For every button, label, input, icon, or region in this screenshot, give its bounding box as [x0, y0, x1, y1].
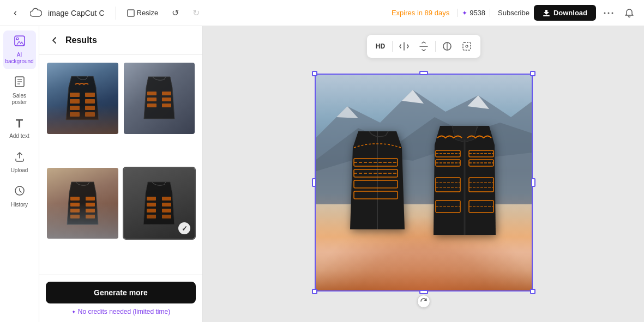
svg-rect-21 [147, 98, 157, 101]
resize-handle-mr[interactable] [531, 178, 535, 187]
upload-icon [14, 150, 26, 165]
sidebar-item-add-text[interactable]: T Add text [3, 112, 36, 144]
svg-rect-35 [147, 203, 156, 206]
diamond-icon: ✦ [462, 9, 467, 17]
expires-text: Expires in 89 days [392, 9, 449, 17]
credits-value: 9538 [470, 9, 485, 17]
svg-rect-36 [147, 209, 156, 212]
sidebar-item-ai-background[interactable]: AI background [3, 31, 36, 69]
panel-title: Results [65, 35, 97, 45]
svg-rect-34 [147, 197, 156, 201]
svg-rect-1 [543, 15, 550, 16]
svg-rect-17 [85, 99, 95, 104]
results-panel: Results [39, 26, 203, 322]
add-text-icon: T [16, 117, 23, 131]
result-thumbnail-2[interactable] [123, 62, 196, 135]
header: ‹ image CapCut C Resize ↺ ↻ Expires in 8… [0, 0, 644, 26]
svg-rect-26 [70, 197, 80, 201]
canvas-area: HD [203, 26, 644, 322]
resize-handle-tr[interactable] [530, 71, 535, 76]
svg-rect-13 [70, 99, 80, 104]
flip-horizontal-button[interactable] [395, 37, 413, 56]
generate-more-button[interactable]: Generate more [46, 282, 196, 303]
sales-poster-icon [14, 76, 26, 90]
resize-handle-ml[interactable] [312, 178, 316, 187]
sidebar-item-label-upload: Upload [11, 167, 28, 174]
undo-button[interactable]: ↺ [167, 5, 183, 21]
redo-button[interactable]: ↻ [188, 5, 204, 21]
svg-rect-24 [162, 98, 171, 101]
svg-point-6 [16, 38, 19, 40]
svg-rect-16 [85, 93, 95, 97]
credits-display: ✦ 9538 [457, 9, 490, 17]
sidebar-item-label-history: History [11, 202, 28, 208]
svg-rect-40 [162, 209, 171, 212]
subscribe-button[interactable]: Subscribe [498, 9, 529, 17]
resize-handle-tl[interactable] [312, 71, 317, 76]
project-title: image CapCut C [48, 9, 105, 17]
svg-rect-37 [147, 215, 156, 218]
svg-rect-43 [463, 42, 471, 50]
svg-rect-20 [147, 92, 157, 95]
sidebar-item-sales-poster[interactable]: Sales poster [3, 71, 36, 110]
resize-handle-bl[interactable] [312, 289, 317, 294]
sidebar-item-label-sales-poster: Sales poster [5, 93, 34, 106]
toolbar-separator-2 [435, 41, 436, 52]
panel-header: Results [39, 26, 202, 55]
back-button[interactable]: ‹ [7, 4, 24, 22]
history-icon [14, 185, 26, 199]
svg-rect-23 [162, 92, 171, 95]
sidebar-item-upload[interactable]: Upload [3, 146, 36, 178]
svg-point-3 [608, 12, 610, 14]
notifications-button[interactable] [621, 5, 637, 21]
resize-handle-br[interactable] [530, 289, 535, 294]
svg-point-4 [612, 12, 613, 14]
svg-rect-22 [147, 104, 157, 107]
smart-select-button[interactable] [458, 37, 476, 56]
svg-rect-0 [128, 10, 134, 16]
resize-button[interactable]: Resize [123, 7, 163, 19]
sidebar-item-history[interactable]: History [3, 180, 36, 212]
flip-vertical-button[interactable] [414, 37, 433, 56]
result-thumbnail-1[interactable] [46, 62, 119, 135]
sidebar-item-label-ai-background: AI background [5, 52, 33, 65]
resize-handle-bm[interactable] [419, 290, 428, 294]
svg-rect-12 [70, 93, 80, 97]
canvas-toolbar: HD [367, 35, 480, 58]
more-options-button[interactable] [600, 5, 617, 21]
svg-rect-39 [162, 203, 171, 206]
result-thumbnail-3[interactable] [46, 167, 119, 240]
selected-checkmark: ✓ [178, 222, 190, 234]
body: AI background Sales poster T Add text [0, 26, 644, 322]
rotate-handle[interactable] [417, 295, 430, 308]
svg-rect-41 [162, 215, 171, 218]
svg-rect-38 [162, 197, 171, 201]
download-button[interactable]: Download [534, 5, 596, 21]
svg-rect-25 [162, 104, 171, 107]
resize-handle-tm[interactable] [419, 71, 428, 75]
sidebar: AI background Sales poster T Add text [0, 26, 39, 322]
svg-rect-30 [86, 197, 95, 201]
svg-point-44 [466, 45, 468, 47]
color-adjust-button[interactable] [438, 37, 456, 56]
ai-background-icon [14, 35, 26, 50]
panel-back-button[interactable] [48, 34, 61, 47]
toolbar-separator-1 [392, 41, 393, 52]
cloud-icon [28, 5, 44, 21]
hd-button[interactable]: HD [371, 37, 390, 56]
no-credits-text: No credits needed (limited time) [71, 308, 170, 315]
panel-actions: Generate more No credits needed (limited… [39, 275, 202, 322]
svg-point-2 [604, 12, 606, 14]
sidebar-item-label-add-text: Add text [9, 133, 29, 139]
canvas-image-container[interactable] [315, 74, 533, 291]
results-grid: ✓ [39, 55, 202, 275]
result-thumbnail-4[interactable]: ✓ [123, 167, 196, 240]
